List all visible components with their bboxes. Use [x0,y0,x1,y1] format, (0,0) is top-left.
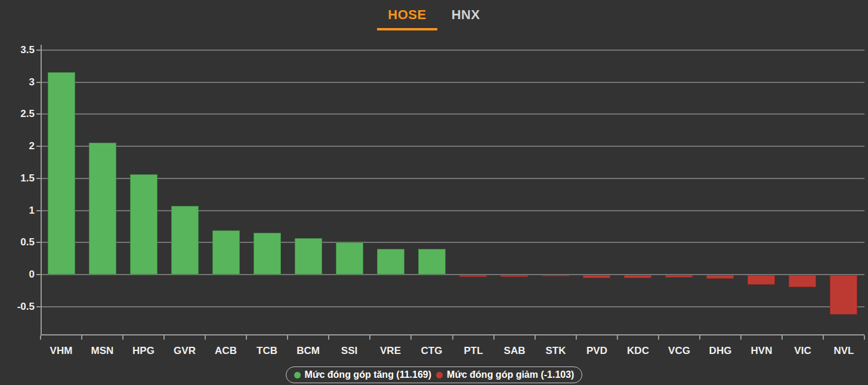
x-axis-label-hpg: HPG [123,345,164,357]
y-axis-tick [36,82,41,83]
x-axis-tick [576,335,577,340]
y-axis-label: 0 [1,268,35,281]
y-axis-tick [36,242,41,243]
gridline [41,178,864,179]
x-axis-tick [823,335,824,340]
contribution-chart-page: HOSE HNX 3.532.521.510.50-0.5VHMMSNHPGGV… [0,0,868,385]
x-axis-tick [163,335,165,340]
x-axis-label-nvl: NVL [823,345,864,357]
bar-sab[interactable] [501,275,528,277]
legend-dot-green-icon [294,372,301,378]
bar-ptl[interactable] [459,275,487,277]
x-axis-label-acb: ACB [205,345,246,357]
y-axis-label: 0.5 [1,236,35,249]
x-axis-label-stk: STK [535,345,576,357]
x-axis-label-hvn: HVN [741,345,782,357]
bar-tcb[interactable] [254,233,281,275]
y-axis-tick [36,274,41,275]
bar-msn[interactable] [89,143,116,275]
y-axis-label: 3.5 [1,44,35,57]
y-axis-line [41,45,42,335]
gridline [41,242,864,243]
bar-vic[interactable] [789,275,816,287]
y-axis-tick [36,113,41,115]
bar-pvd[interactable] [583,275,610,278]
x-axis-tick [864,335,865,340]
x-axis-tick [40,335,41,340]
x-axis-tick [658,335,659,340]
y-axis-tick [36,306,41,307]
x-axis-tick [740,335,742,340]
bar-bcm[interactable] [295,238,322,275]
contribution-bar-chart: 3.532.521.510.50-0.5VHMMSNHPGGVRACBTCBBC… [0,0,868,364]
x-axis-tick [81,335,82,340]
x-axis-tick [328,335,329,340]
bar-nvl[interactable] [830,275,857,315]
bar-hvn[interactable] [747,275,775,285]
x-axis-tick [205,335,206,340]
bar-acb[interactable] [212,230,240,275]
x-axis-label-dhg: DHG [700,345,741,357]
x-axis-tick [369,335,370,340]
gridline [41,82,864,83]
legend-item-decrease[interactable]: Mức đóng góp giảm (-1.103) [436,369,574,380]
x-axis-tick [617,335,618,340]
x-axis-tick [781,335,783,340]
x-axis-label-vre: VRE [370,345,411,357]
x-axis-tick [452,335,453,340]
x-axis-label-vcg: VCG [659,345,700,357]
x-axis-label-vic: VIC [782,345,823,357]
x-axis-label-tcb: TCB [246,345,288,357]
y-axis-label: 1 [1,204,35,217]
bar-dhg[interactable] [706,275,734,279]
x-axis-label-sab: SAB [494,345,535,357]
x-axis-label-ssi: SSI [329,345,370,357]
gridline [41,50,864,51]
y-axis-label: 2 [1,140,35,153]
y-axis-label: 2.5 [1,107,35,121]
x-axis-tick [699,335,700,340]
y-axis-tick [36,50,41,51]
x-axis-label-ctg: CTG [411,345,452,357]
y-axis-label: -0.5 [1,300,35,313]
bar-kdc[interactable] [624,275,651,278]
legend-item-increase[interactable]: Mức đóng góp tăng (11.169) [294,369,432,380]
x-axis-label-ptl: PTL [453,345,494,357]
x-axis-label-bcm: BCM [288,345,329,357]
bar-ssi[interactable] [336,242,363,275]
bar-vcg[interactable] [665,275,693,278]
y-axis-label: 3 [1,76,35,89]
bar-vre[interactable] [377,249,404,275]
bar-vhm[interactable] [48,72,75,275]
x-axis-tick [287,335,288,340]
legend: Mức đóng góp tăng (11.169) Mức đóng góp … [286,366,583,383]
legend-label-decrease: Mức đóng góp giảm (-1.103) [447,369,574,380]
legend-dot-red-icon [436,372,443,378]
gridline [41,306,864,307]
x-axis-tick [493,335,495,340]
x-axis-label-gvr: GVR [164,345,205,357]
x-axis-label-pvd: PVD [576,345,617,357]
x-axis-label-kdc: KDC [617,345,659,357]
x-axis-label-msn: MSN [82,345,123,357]
legend-label-increase: Mức đóng góp tăng (11.169) [305,369,432,380]
gridline [41,113,864,115]
bar-stk[interactable] [542,275,569,276]
y-axis-tick [36,210,41,211]
x-axis-tick [410,335,412,340]
gridline [41,146,864,147]
y-axis-tick [36,146,41,147]
x-axis-label-vhm: VHM [41,345,82,357]
x-axis-tick [535,335,536,340]
y-axis-tick [36,178,41,179]
y-axis-label: 1.5 [1,172,35,185]
gridline [41,210,864,211]
bar-ctg[interactable] [418,249,446,275]
x-axis-tick [246,335,247,340]
x-axis-tick [122,335,123,340]
gridline [41,274,864,275]
bar-hpg[interactable] [130,174,157,275]
bar-gvr[interactable] [171,206,199,275]
